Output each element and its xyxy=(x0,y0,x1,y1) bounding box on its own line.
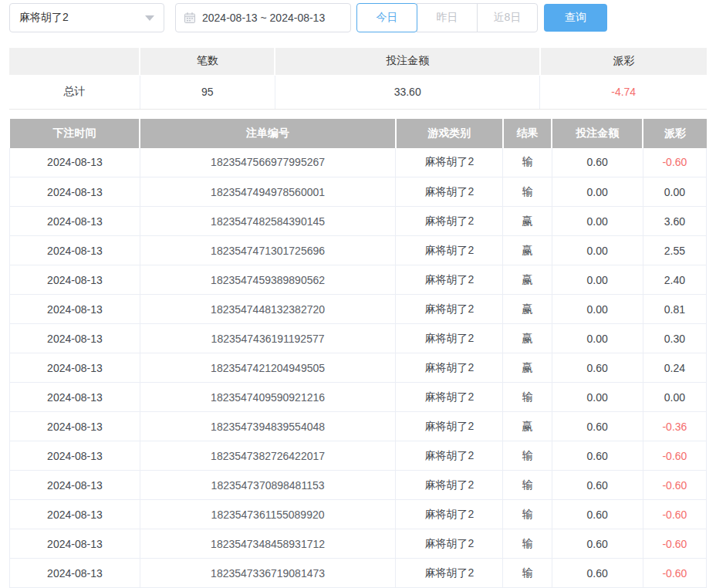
cell-game-type: 麻将胡了2 xyxy=(396,177,503,207)
cell-payout: 0.00 xyxy=(643,177,706,207)
date-range-value: 2024-08-13 ~ 2024-08-13 xyxy=(202,12,325,24)
table-row: 2024-08-131823547471301725696麻将胡了2赢0.002… xyxy=(10,236,707,265)
table-row: 2024-08-131823547482584390145麻将胡了2赢0.003… xyxy=(10,207,707,236)
cell-bet-time: 2024-08-13 xyxy=(10,383,140,412)
cell-payout: 2.55 xyxy=(643,236,706,265)
cell-result: 赢 xyxy=(503,207,552,236)
cell-bet-amount: 0.60 xyxy=(552,529,643,559)
table-row: 2024-08-131823547336719081473麻将胡了2输0.60-… xyxy=(10,559,707,588)
summary-header-blank xyxy=(9,48,140,75)
cell-payout: -0.60 xyxy=(643,500,706,529)
cell-payout: -0.60 xyxy=(643,529,706,559)
cell-payout: 0.30 xyxy=(643,324,706,353)
cell-bet-id: 1823547361155089920 xyxy=(140,500,395,529)
cell-game-type: 麻将胡了2 xyxy=(396,148,503,177)
cell-game-type: 麻将胡了2 xyxy=(396,295,503,324)
last-8-days-button[interactable]: 近8日 xyxy=(477,3,538,32)
cell-bet-time: 2024-08-13 xyxy=(10,471,140,500)
cell-bet-amount: 0.60 xyxy=(552,559,643,588)
cell-result: 赢 xyxy=(503,324,552,353)
cell-bet-id: 1823547421204949505 xyxy=(140,353,395,383)
table-row: 2024-08-131823547394839554048麻将胡了2赢0.60-… xyxy=(10,412,707,441)
col-result: 结果 xyxy=(503,119,552,148)
table-row: 2024-08-131823547448132382720麻将胡了2赢0.000… xyxy=(10,295,707,324)
cell-game-type: 麻将胡了2 xyxy=(396,207,503,236)
cell-bet-amount: 0.60 xyxy=(552,412,643,441)
summary-total-bet-amount: 33.60 xyxy=(275,75,540,109)
cell-result: 赢 xyxy=(503,353,552,383)
cell-payout: 2.40 xyxy=(643,265,706,295)
cell-bet-id: 1823547394839554048 xyxy=(140,412,395,441)
cell-result: 输 xyxy=(503,559,552,588)
cell-bet-time: 2024-08-13 xyxy=(10,529,140,559)
cell-bet-amount: 0.00 xyxy=(552,265,643,295)
cell-bet-id: 1823547494978560001 xyxy=(140,177,395,207)
cell-bet-amount: 0.00 xyxy=(552,295,643,324)
cell-bet-id: 1823547409590921216 xyxy=(140,383,395,412)
cell-payout: 0.00 xyxy=(643,383,706,412)
cell-game-type: 麻将胡了2 xyxy=(396,324,503,353)
cell-bet-amount: 0.00 xyxy=(552,207,643,236)
col-payout: 派彩 xyxy=(643,119,706,148)
toolbar: 麻将胡了2 2024-08-13 ~ 2024-08-13 今日 昨日 近8日 … xyxy=(9,3,707,32)
cell-bet-id: 1823547436191192577 xyxy=(140,324,395,353)
bet-table-header-row: 下注时间注单编号游戏类别结果投注金额派彩 xyxy=(10,119,707,148)
cell-bet-id: 1823547566977995267 xyxy=(140,148,395,177)
yesterday-button[interactable]: 昨日 xyxy=(417,3,478,32)
game-select-value: 麻将胡了2 xyxy=(19,11,69,25)
today-button[interactable]: 今日 xyxy=(356,3,417,32)
table-row: 2024-08-131823547566977995267麻将胡了2输0.60-… xyxy=(10,148,707,177)
table-row: 2024-08-131823547370898481153麻将胡了2输0.60-… xyxy=(10,471,707,500)
cell-game-type: 麻将胡了2 xyxy=(396,265,503,295)
cell-result: 输 xyxy=(503,383,552,412)
cell-bet-id: 1823547448132382720 xyxy=(140,295,395,324)
date-range-picker[interactable]: 2024-08-13 ~ 2024-08-13 xyxy=(175,3,351,32)
col-game-type: 游戏类别 xyxy=(396,119,503,148)
cell-payout: 3.60 xyxy=(643,207,706,236)
cell-bet-amount: 0.00 xyxy=(552,324,643,353)
cell-bet-amount: 0.60 xyxy=(552,353,643,383)
cell-bet-id: 1823547336719081473 xyxy=(140,559,395,588)
cell-result: 输 xyxy=(503,148,552,177)
cell-bet-time: 2024-08-13 xyxy=(10,207,140,236)
summary-header-count: 笔数 xyxy=(140,48,275,75)
cell-bet-time: 2024-08-13 xyxy=(10,324,140,353)
query-button[interactable]: 查询 xyxy=(544,4,607,32)
cell-payout: 0.81 xyxy=(643,295,706,324)
cell-bet-amount: 0.00 xyxy=(552,236,643,265)
table-row: 2024-08-131823547436191192577麻将胡了2赢0.000… xyxy=(10,324,707,353)
cell-result: 输 xyxy=(503,529,552,559)
summary-header-payout: 派彩 xyxy=(540,48,707,75)
cell-game-type: 麻将胡了2 xyxy=(396,383,503,412)
summary-header-row: 笔数 投注金额 派彩 xyxy=(9,48,707,75)
cell-payout: -0.60 xyxy=(643,148,706,177)
col-bet-time: 下注时间 xyxy=(10,119,140,148)
game-select[interactable]: 麻将胡了2 xyxy=(9,3,164,32)
cell-bet-time: 2024-08-13 xyxy=(10,441,140,471)
cell-payout: -0.60 xyxy=(643,471,706,500)
cell-bet-amount: 0.60 xyxy=(552,441,643,471)
table-row: 2024-08-131823547459389890562麻将胡了2赢0.002… xyxy=(10,265,707,295)
cell-bet-time: 2024-08-13 xyxy=(10,295,140,324)
cell-bet-amount: 0.60 xyxy=(552,471,643,500)
cell-result: 输 xyxy=(503,177,552,207)
cell-bet-time: 2024-08-13 xyxy=(10,412,140,441)
cell-result: 输 xyxy=(503,471,552,500)
cell-payout: -0.60 xyxy=(643,441,706,471)
cell-bet-time: 2024-08-13 xyxy=(10,148,140,177)
cell-bet-amount: 0.60 xyxy=(552,500,643,529)
cell-game-type: 麻将胡了2 xyxy=(396,500,503,529)
table-row: 2024-08-131823547361155089920麻将胡了2输0.60-… xyxy=(10,500,707,529)
cell-bet-time: 2024-08-13 xyxy=(10,177,140,207)
cell-payout: -0.36 xyxy=(643,412,706,441)
cell-result: 输 xyxy=(503,441,552,471)
bet-records-table: 下注时间注单编号游戏类别结果投注金额派彩 2024-08-13182354756… xyxy=(9,119,707,588)
summary-total-payout: -4.74 xyxy=(540,75,707,109)
cell-bet-amount: 0.00 xyxy=(552,177,643,207)
cell-game-type: 麻将胡了2 xyxy=(396,471,503,500)
cell-result: 赢 xyxy=(503,265,552,295)
col-bet-amount: 投注金额 xyxy=(552,119,643,148)
summary-total-row: 总计 95 33.60 -4.74 xyxy=(9,75,707,109)
cell-bet-id: 1823547370898481153 xyxy=(140,471,395,500)
summary-total-label: 总计 xyxy=(9,75,140,109)
